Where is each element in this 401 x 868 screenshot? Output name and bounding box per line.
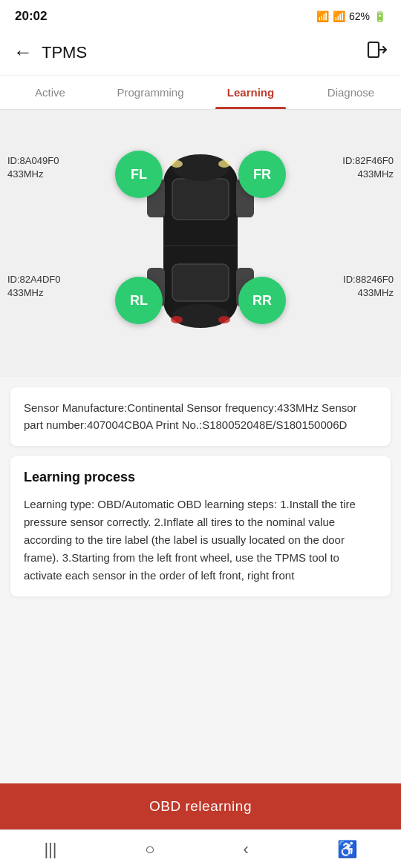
svg-rect-2 [172,179,229,220]
sensor-label-fr: ID:82F46F0 433MHz [342,154,394,181]
wheel-button-rl[interactable]: RL [115,277,163,324]
page-title: TPMS [42,43,87,62]
nav-back-icon[interactable]: ‹ [243,840,248,859]
svg-rect-3 [172,264,229,301]
obd-relearning-button[interactable]: OBD relearning [0,783,401,829]
nav-home-icon[interactable]: ○ [145,840,154,859]
svg-point-10 [218,160,230,168]
wheel-button-fr[interactable]: FR [238,151,286,198]
learning-process-title: Learning process [24,470,377,485]
header-left: ← TPMS [13,41,87,64]
battery-text: 62% [349,10,370,22]
tab-active[interactable]: Active [0,76,100,109]
tab-learning[interactable]: Learning [200,76,301,109]
sensor-label-rr: ID:88246F0 433MHz [343,273,394,300]
sensor-label-fl: ID:8A049F0 433MHz [7,154,59,181]
learning-process-text: Learning type: OBD/Automatic OBD learnin… [24,496,377,585]
status-time: 20:02 [15,9,47,24]
svg-point-9 [171,160,183,168]
svg-point-11 [171,316,183,323]
svg-point-5 [172,304,229,328]
sensor-info-card: Sensor Manufacture:Continental Sensor fr… [10,387,391,446]
nav-menu-icon[interactable]: ||| [44,840,56,859]
sensor-label-rl: ID:82A4DF0 433MHz [7,273,61,300]
nav-accessibility-icon[interactable]: ♿ [337,840,357,859]
signal-icon: 📶 [333,10,345,22]
svg-point-4 [172,154,229,181]
battery-icon: 🔋 [374,10,386,22]
svg-point-12 [218,316,230,323]
car-diagram: ID:8A049F0 433MHz ID:82F46F0 433MHz ID:8… [0,110,401,377]
wifi-icon: 📶 [316,10,329,22]
status-bar: 20:02 📶 📶 62% 🔋 [0,0,401,30]
logout-button[interactable] [365,39,388,66]
learning-process-card: Learning process Learning type: OBD/Auto… [10,456,391,596]
wheel-button-rr[interactable]: RR [238,277,286,324]
tab-programming[interactable]: Programming [100,76,200,109]
status-icons: 📶 📶 62% 🔋 [316,10,386,22]
tab-diagnose[interactable]: Diagnose [301,76,401,109]
obd-button-container: OBD relearning [0,783,401,829]
tabs-bar: Active Programming Learning Diagnose [0,76,401,110]
svg-rect-0 [368,42,379,57]
navigation-bar: ||| ○ ‹ ♿ [0,829,401,868]
header: ← TPMS [0,30,401,76]
sensor-info-text: Sensor Manufacture:Continental Sensor fr… [24,401,357,431]
back-button[interactable]: ← [13,41,33,64]
wheel-button-fl[interactable]: FL [115,151,163,198]
